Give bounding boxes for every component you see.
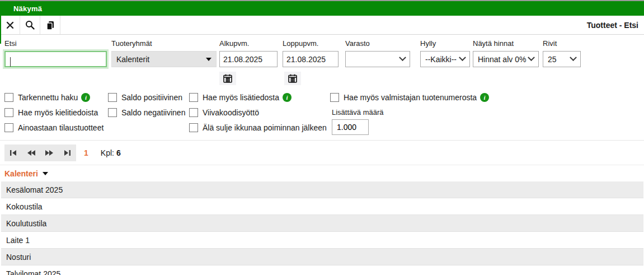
checkbox-item[interactable]: Tarkennettu haku i: [4, 90, 104, 105]
checkbox-item[interactable]: Hae myös kielitiedoista: [4, 105, 104, 120]
checkbox-item[interactable]: Saldo negatiivinen: [108, 105, 185, 120]
checkbox-item[interactable]: Saldo positiivinen: [108, 90, 185, 105]
shelf-value: --Kaikki--: [425, 55, 457, 64]
row-label: Koulutustila: [6, 219, 46, 228]
checkbox[interactable]: [189, 108, 198, 117]
dropdown-arrow-icon: [206, 58, 211, 61]
search-button[interactable]: [20, 16, 40, 34]
start-date-input[interactable]: [219, 51, 278, 67]
checkbox[interactable]: [189, 93, 198, 102]
chevron-down-icon: [570, 54, 577, 61]
first-page-button[interactable]: [4, 145, 22, 161]
prev-page-icon: [27, 150, 36, 156]
result-count: Kpl:6: [101, 148, 121, 157]
pagination-controls: [4, 145, 76, 161]
table-row[interactable]: Kesälomat 2025: [1, 181, 643, 198]
checkbox-label: Tarkennettu haku: [18, 93, 78, 102]
result-count-value: 6: [116, 148, 121, 157]
checkbox-label: Viivakoodisyöttö: [203, 108, 259, 117]
shelf-select[interactable]: --Kaikki--: [420, 51, 470, 67]
checkbox[interactable]: [4, 123, 13, 132]
checkbox-item[interactable]: Hae myös valmistajan tuotenumerosta i: [330, 90, 489, 105]
text-caret: [10, 57, 11, 67]
start-date-label: Alkupvm.: [219, 39, 278, 48]
end-date-input[interactable]: [283, 51, 339, 67]
product-group-dropdown[interactable]: Kalenterit: [111, 51, 217, 67]
row-label: Kesälomat 2025: [6, 185, 63, 194]
checkbox-item[interactable]: Älä sulje ikkunaa poiminnan jälkeen: [189, 120, 327, 135]
toolbar: Tuotteet - Etsi: [0, 16, 644, 35]
checkbox-label: Hae myös valmistajan tuotenumerosta: [344, 93, 477, 102]
calendar-icon: [223, 74, 232, 83]
info-icon[interactable]: i: [81, 93, 90, 102]
checkbox-label: Saldo negatiivinen: [121, 108, 185, 117]
copy-icon: [45, 20, 55, 30]
shelf-label: Hylly: [420, 39, 470, 48]
page-title: Tuotteet - Etsi: [587, 21, 644, 30]
checkbox-column-3: Hae myös lisätiedosta i Viivakoodisyöttö…: [189, 90, 327, 135]
shelf-field: Hylly --Kaikki--: [420, 39, 470, 67]
calendar-icon: [288, 74, 297, 83]
pagination-bar: 1 Kpl:6: [0, 140, 644, 161]
end-date-calendar-button[interactable]: [284, 72, 301, 85]
last-page-icon: [63, 150, 71, 156]
table-row[interactable]: Talvilomat 2025: [1, 265, 643, 275]
quantity-input[interactable]: [332, 119, 369, 135]
end-date-field: Loppupvm.: [283, 39, 339, 67]
show-prices-label: Näytä hinnat: [473, 39, 539, 48]
copy-button[interactable]: [40, 16, 60, 34]
last-page-button[interactable]: [58, 145, 76, 161]
current-page-number[interactable]: 1: [84, 148, 88, 157]
warehouse-select[interactable]: [345, 51, 410, 67]
checkbox-label: Hae myös kielitiedoista: [18, 108, 98, 117]
rows-label: Rivit: [543, 39, 581, 48]
info-icon[interactable]: i: [480, 93, 489, 102]
show-prices-value: Hinnat alv 0%: [478, 55, 526, 64]
filter-section: Etsi Tuoteryhmät Kalenterit Alkupvm. Lop…: [0, 35, 644, 88]
window-edge-accent: [0, 1, 1, 44]
checkbox[interactable]: [4, 108, 13, 117]
checkbox-label: Saldo positiivinen: [121, 93, 182, 102]
checkbox[interactable]: [330, 93, 339, 102]
title-bar: Näkymä: [0, 1, 644, 16]
search-label: Etsi: [4, 39, 107, 48]
checkbox-item[interactable]: Viivakoodisyöttö: [189, 105, 327, 120]
checkbox[interactable]: [4, 93, 13, 102]
table-row[interactable]: Laite 1: [1, 232, 643, 249]
warehouse-label: Varasto: [345, 39, 410, 48]
checkbox-item[interactable]: Ainoastaan tilaustuotteet: [4, 120, 104, 135]
window-title: Näkymä: [13, 4, 42, 13]
rows-value: 25: [548, 55, 557, 64]
next-page-icon: [45, 150, 54, 156]
first-page-icon: [10, 150, 17, 156]
rows-field: Rivit 25: [543, 39, 581, 67]
result-count-label: Kpl:: [101, 148, 114, 157]
prev-page-button[interactable]: [22, 145, 40, 161]
search-input[interactable]: [4, 51, 107, 67]
results-table: Kalenteri Kesälomat 2025 Kokoustila Koul…: [0, 165, 644, 275]
show-prices-field: Näytä hinnat Hinnat alv 0%: [473, 39, 539, 67]
quantity-label: Lisättävä määrä: [332, 108, 489, 116]
app-window: Näkymä Tuotteet - Etsi Etsi Tuoter: [0, 0, 644, 275]
table-row[interactable]: Koulutustila: [1, 215, 643, 232]
column-header-label: Kalenteri: [4, 169, 38, 178]
checkbox[interactable]: [108, 108, 117, 117]
close-button[interactable]: [0, 16, 20, 34]
row-label: Nosturi: [6, 253, 31, 262]
checkbox[interactable]: [189, 123, 198, 132]
table-row[interactable]: Kokoustila: [1, 198, 643, 215]
checkbox-label: Älä sulje ikkunaa poiminnan jälkeen: [203, 123, 327, 132]
table-row[interactable]: Nosturi: [1, 249, 643, 265]
show-prices-select[interactable]: Hinnat alv 0%: [473, 51, 539, 67]
next-page-button[interactable]: [40, 145, 58, 161]
row-label: Kokoustila: [6, 202, 43, 211]
checkbox-column-2: Saldo positiivinen Saldo negatiivinen: [108, 90, 185, 120]
chevron-down-icon: [459, 54, 466, 61]
start-date-calendar-button[interactable]: [219, 72, 236, 85]
close-icon: [6, 21, 14, 29]
rows-select[interactable]: 25: [543, 51, 581, 67]
checkbox-item[interactable]: Hae myös lisätiedosta i: [189, 90, 327, 105]
info-icon[interactable]: i: [283, 93, 292, 102]
checkbox[interactable]: [108, 93, 117, 102]
column-header-kalenteri[interactable]: Kalenteri: [0, 165, 644, 181]
